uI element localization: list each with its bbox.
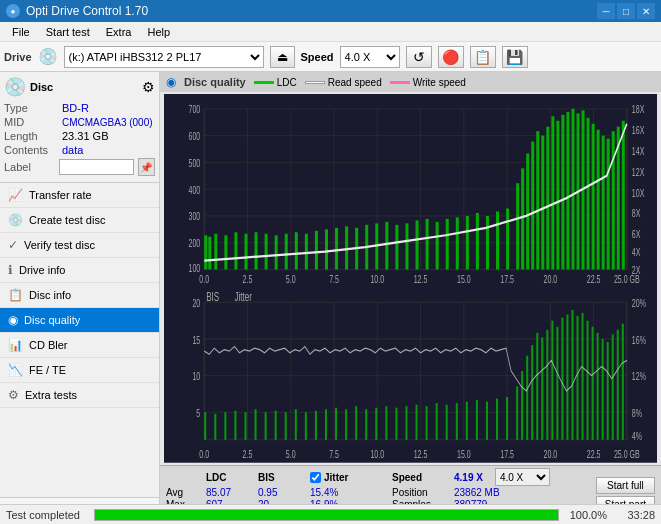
svg-text:25.0 GB: 25.0 GB xyxy=(614,273,640,285)
speed-select[interactable]: 4.0 X xyxy=(340,46,400,68)
svg-rect-62 xyxy=(571,109,574,270)
start-full-button[interactable]: Start full xyxy=(596,477,655,494)
write-speed-legend-color xyxy=(390,81,410,84)
svg-rect-61 xyxy=(566,112,569,270)
nav-fe-te[interactable]: 📉 FE / TE xyxy=(0,358,159,383)
svg-rect-148 xyxy=(516,387,518,440)
chart-legend: LDC Read speed Write speed xyxy=(254,77,466,88)
nav-transfer-rate[interactable]: 📈 Transfer rate xyxy=(0,183,159,208)
svg-rect-155 xyxy=(551,321,553,440)
svg-rect-126 xyxy=(295,410,297,441)
ldc-header: LDC xyxy=(206,472,246,483)
nav-extra-tests[interactable]: ⚙ Extra tests xyxy=(0,383,159,408)
drive-info-icon: ℹ xyxy=(8,263,13,277)
svg-text:15: 15 xyxy=(192,334,200,346)
disc-settings-icon: ⚙ xyxy=(142,79,155,95)
sidebar-nav: 📈 Transfer rate 💿 Create test disc ✓ Ver… xyxy=(0,183,159,497)
eject-button[interactable]: ⏏ xyxy=(270,46,295,68)
svg-rect-55 xyxy=(536,131,539,269)
svg-rect-49 xyxy=(496,211,499,269)
svg-rect-158 xyxy=(566,315,568,440)
maximize-button[interactable]: □ xyxy=(617,3,635,19)
svg-rect-153 xyxy=(541,338,543,440)
disc-contents: data xyxy=(62,144,83,156)
svg-rect-34 xyxy=(345,226,348,269)
read-speed-legend-label: Read speed xyxy=(328,77,382,88)
contents-label: Contents xyxy=(4,144,58,156)
disc-icon: 💿 xyxy=(4,76,26,98)
svg-rect-22 xyxy=(224,235,227,269)
svg-rect-161 xyxy=(582,313,584,440)
nav-disc-info[interactable]: 📋 Disc info xyxy=(0,283,159,308)
svg-rect-58 xyxy=(551,116,554,269)
svg-rect-29 xyxy=(295,232,298,269)
type-label: Type xyxy=(4,102,58,114)
svg-text:8X: 8X xyxy=(632,208,641,220)
svg-rect-145 xyxy=(486,402,488,440)
label-input[interactable] xyxy=(59,159,134,175)
drive-select[interactable]: (k:) ATAPI iHBS312 2 PL17 xyxy=(64,46,264,68)
svg-rect-19 xyxy=(204,235,207,269)
disc-mid: CMCMAGBA3 (000) xyxy=(62,117,153,128)
svg-text:10: 10 xyxy=(192,371,200,383)
svg-rect-130 xyxy=(335,408,337,440)
menu-extra[interactable]: Extra xyxy=(98,24,140,40)
minimize-button[interactable]: ─ xyxy=(597,3,615,19)
nav-cd-bler[interactable]: 📊 CD Bler xyxy=(0,333,159,358)
upper-chart-svg: 700 600 500 400 300 200 100 18X 16X 14X … xyxy=(164,94,657,287)
svg-text:12%: 12% xyxy=(632,371,646,383)
svg-text:5.0: 5.0 xyxy=(286,273,296,285)
nav-disc-quality[interactable]: ◉ Disc quality xyxy=(0,308,159,333)
svg-text:17.5: 17.5 xyxy=(500,449,514,461)
svg-text:10X: 10X xyxy=(632,187,645,199)
menu-start-test[interactable]: Start test xyxy=(38,24,98,40)
svg-rect-143 xyxy=(466,402,468,440)
svg-text:22.5: 22.5 xyxy=(587,273,601,285)
jitter-avg: 15.4% xyxy=(310,487,380,498)
svg-text:2.5: 2.5 xyxy=(243,273,253,285)
svg-text:16X: 16X xyxy=(632,125,645,137)
menu-file[interactable]: File xyxy=(4,24,38,40)
svg-text:700: 700 xyxy=(188,104,200,116)
bis-avg: 0.95 xyxy=(258,487,298,498)
speed-label: Speed xyxy=(301,51,334,63)
svg-text:BIS: BIS xyxy=(206,290,219,303)
verify-button[interactable]: 📋 xyxy=(470,46,496,68)
svg-rect-151 xyxy=(531,345,533,440)
nav-verify-test-disc[interactable]: ✓ Verify test disc xyxy=(0,233,159,258)
main-layout: 💿 Disc ⚙ Type BD-R MID CMCMAGBA3 (000) L… xyxy=(0,72,661,524)
svg-rect-57 xyxy=(546,127,549,270)
close-button[interactable]: ✕ xyxy=(637,3,655,19)
speed-dropdown[interactable]: 4.0 X xyxy=(495,468,550,486)
nav-drive-info[interactable]: ℹ Drive info xyxy=(0,258,159,283)
disc-quality-icon: ◉ xyxy=(8,313,18,327)
svg-rect-124 xyxy=(275,411,277,440)
svg-text:12X: 12X xyxy=(632,166,645,178)
svg-rect-162 xyxy=(587,321,589,440)
menu-help[interactable]: Help xyxy=(139,24,178,40)
svg-text:Jitter: Jitter xyxy=(234,290,252,303)
svg-rect-169 xyxy=(622,324,624,440)
svg-rect-134 xyxy=(375,408,377,440)
svg-text:22.5: 22.5 xyxy=(587,449,601,461)
svg-rect-67 xyxy=(597,130,600,270)
svg-rect-152 xyxy=(536,333,538,440)
svg-rect-133 xyxy=(365,410,367,441)
svg-rect-135 xyxy=(385,406,387,440)
sidebar: 💿 Disc ⚙ Type BD-R MID CMCMAGBA3 (000) L… xyxy=(0,72,160,524)
save-button[interactable]: 💾 xyxy=(502,46,528,68)
burn-button[interactable]: 🔴 xyxy=(438,46,464,68)
svg-rect-68 xyxy=(602,136,605,270)
svg-text:500: 500 xyxy=(188,157,200,169)
refresh-button[interactable]: ↺ xyxy=(406,46,432,68)
position-label: Position xyxy=(392,487,442,498)
position-value: 23862 MB xyxy=(454,487,500,498)
bis-header: BIS xyxy=(258,472,298,483)
svg-text:400: 400 xyxy=(188,184,200,196)
svg-rect-157 xyxy=(561,318,563,440)
jitter-checkbox[interactable] xyxy=(310,472,321,483)
label-apply-button[interactable]: 📌 xyxy=(138,158,155,176)
svg-rect-165 xyxy=(602,339,604,440)
nav-create-test-disc[interactable]: 💿 Create test disc xyxy=(0,208,159,233)
chart-title: Disc quality xyxy=(184,76,246,88)
